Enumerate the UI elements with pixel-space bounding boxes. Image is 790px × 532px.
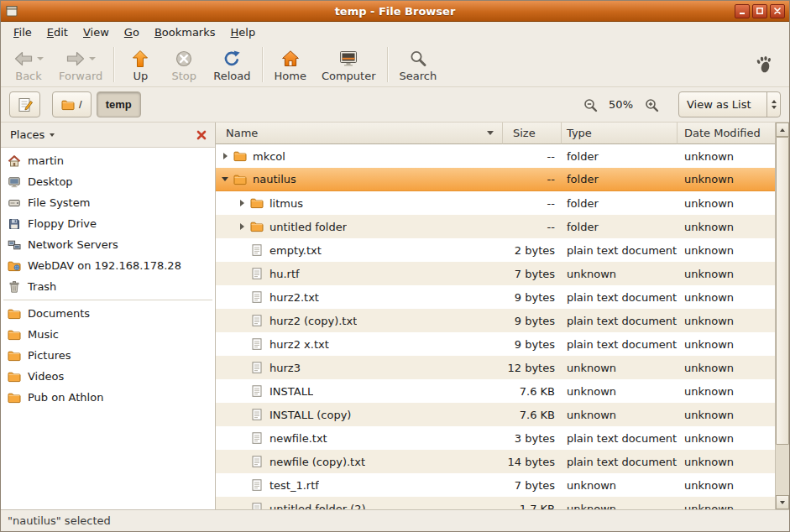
back-button[interactable]: Back bbox=[6, 45, 51, 84]
toolbar-separator bbox=[387, 47, 389, 82]
minimize-button[interactable] bbox=[735, 4, 750, 18]
scroll-down-button[interactable] bbox=[776, 495, 789, 509]
file-row[interactable]: untitled folder (2)1.7 KBunknownunknown bbox=[216, 497, 775, 509]
sidebar-item-music[interactable]: Music bbox=[1, 324, 215, 345]
expander-spacer bbox=[237, 268, 249, 279]
file-row[interactable]: hurz2 x.txt9 bytesplain text documentunk… bbox=[216, 332, 775, 356]
titlebar[interactable]: temp - File Browser bbox=[1, 1, 789, 22]
share-icon bbox=[8, 259, 21, 273]
expander-icon[interactable] bbox=[220, 174, 232, 185]
file-modified: unknown bbox=[678, 332, 775, 356]
home-button[interactable]: Home bbox=[267, 45, 314, 84]
path-current-button[interactable]: temp bbox=[97, 91, 141, 117]
menu-go[interactable]: Go bbox=[117, 23, 147, 41]
file-type: plain text document bbox=[562, 426, 678, 450]
menu-view[interactable]: View bbox=[76, 23, 117, 41]
text-file-icon bbox=[250, 243, 264, 257]
sidebar-item-label: Videos bbox=[28, 370, 64, 383]
sidebar-item-label: Floppy Drive bbox=[28, 217, 97, 230]
sidebar-item-network-servers[interactable]: Network Servers bbox=[1, 234, 215, 255]
menu-edit[interactable]: Edit bbox=[39, 23, 76, 41]
toggle-location-entry-button[interactable] bbox=[9, 91, 40, 117]
column-header-name[interactable]: Name bbox=[216, 123, 503, 144]
file-row[interactable]: INSTALL7.6 KBunknownunknown bbox=[216, 379, 775, 403]
column-header-size[interactable]: Size bbox=[503, 123, 562, 144]
maximize-button[interactable] bbox=[752, 4, 767, 18]
file-row[interactable]: newfile (copy).txt14 bytesplain text doc… bbox=[216, 450, 775, 473]
menu-bookmarks[interactable]: Bookmarks bbox=[147, 23, 223, 41]
file-row[interactable]: test_1.rtf7 bytesunknownunknown bbox=[216, 473, 775, 497]
close-button[interactable] bbox=[770, 4, 785, 18]
places-selector[interactable]: Places bbox=[7, 127, 58, 143]
up-button[interactable]: Up bbox=[118, 45, 162, 84]
file-row[interactable]: hurz312 bytesunknownunknown bbox=[216, 356, 775, 379]
menu-file[interactable]: File bbox=[6, 23, 39, 41]
reload-button[interactable]: Reload bbox=[206, 45, 258, 84]
file-row[interactable]: hu.rtf7 bytesunknownunknown bbox=[216, 262, 775, 285]
column-header-type[interactable]: Type bbox=[562, 123, 678, 144]
file-row[interactable]: untitled folder--folderunknown bbox=[216, 215, 775, 238]
column-header-modified[interactable]: Date Modified bbox=[678, 123, 775, 144]
close-icon bbox=[196, 129, 207, 141]
back-dropdown-arrow-icon[interactable] bbox=[37, 57, 44, 60]
file-type: unknown bbox=[562, 473, 678, 497]
expander-spacer bbox=[237, 456, 249, 467]
file-row[interactable]: empty.txt2 bytesplain text documentunkno… bbox=[216, 238, 775, 262]
file-row[interactable]: mkcol--folderunknown bbox=[216, 144, 775, 168]
expander-spacer bbox=[237, 291, 249, 303]
sidebar-item-floppy-drive[interactable]: Floppy Drive bbox=[1, 213, 215, 234]
file-row[interactable]: newfile.txt3 bytesplain text documentunk… bbox=[216, 426, 775, 450]
search-button[interactable]: Search bbox=[392, 45, 445, 84]
file-row[interactable]: INSTALL (copy)7.6 KBunknownunknown bbox=[216, 403, 775, 426]
scroll-up-button[interactable] bbox=[776, 123, 789, 137]
file-row[interactable]: nautilus--folderunknown bbox=[216, 168, 775, 191]
folder-icon bbox=[61, 98, 75, 112]
view-mode-combo[interactable]: View as List bbox=[678, 91, 781, 117]
text-file-icon bbox=[250, 455, 264, 468]
stop-button[interactable]: Stop bbox=[162, 45, 206, 84]
file-pane: Name Size Type Date Modified mkcol--fold… bbox=[216, 123, 789, 509]
sidebar-item-pictures[interactable]: Pictures bbox=[1, 345, 215, 366]
sidebar-item-martin[interactable]: martin bbox=[1, 150, 215, 171]
status-text: "nautilus" selected bbox=[8, 514, 111, 527]
expander-spacer bbox=[237, 362, 249, 373]
places-title: Places bbox=[10, 128, 44, 141]
sidebar-item-webdav-on-192-168-178-28[interactable]: WebDAV on 192.168.178.28 bbox=[1, 255, 215, 276]
file-row[interactable]: hurz2 (copy).txt9 bytesplain text docume… bbox=[216, 309, 775, 332]
zoom-out-button[interactable] bbox=[580, 95, 600, 115]
file-type: plain text document bbox=[562, 450, 678, 473]
sidebar-item-desktop[interactable]: Desktop bbox=[1, 171, 215, 192]
combo-stepper-icon[interactable] bbox=[766, 92, 780, 117]
expander-icon[interactable] bbox=[237, 221, 249, 232]
computer-button[interactable]: Computer bbox=[314, 45, 384, 84]
expander-icon[interactable] bbox=[220, 150, 232, 162]
drive-icon bbox=[8, 196, 21, 210]
file-row[interactable]: hurz2.txt9 bytesplain text documentunkno… bbox=[216, 285, 775, 309]
text-file-icon bbox=[250, 384, 264, 398]
folder-icon bbox=[8, 328, 21, 342]
file-type: folder bbox=[562, 215, 678, 238]
sidebar-item-file-system[interactable]: File System bbox=[1, 192, 215, 213]
sidebar-item-videos[interactable]: Videos bbox=[1, 366, 215, 387]
scrollbar-track[interactable] bbox=[776, 137, 789, 495]
sidebar-item-pub-on-athlon[interactable]: Pub on Athlon bbox=[1, 387, 215, 408]
scrollbar-thumb[interactable] bbox=[776, 137, 789, 445]
forward-dropdown-arrow-icon[interactable] bbox=[89, 57, 96, 60]
file-row[interactable]: litmus--folderunknown bbox=[216, 191, 775, 215]
forward-button[interactable]: Forward bbox=[51, 45, 110, 84]
forward-label: Forward bbox=[59, 70, 102, 82]
expander-spacer bbox=[237, 244, 249, 256]
zoom-in-button[interactable] bbox=[641, 95, 662, 115]
path-root-button[interactable]: / bbox=[52, 91, 92, 117]
sidebar-item-trash[interactable]: Trash bbox=[1, 276, 215, 297]
expander-icon[interactable] bbox=[237, 197, 249, 209]
expander-spacer bbox=[237, 409, 249, 420]
menu-help[interactable]: Help bbox=[223, 23, 264, 41]
file-list-body: mkcol--folderunknownnautilus--folderunkn… bbox=[216, 144, 775, 509]
sidebar-item-documents[interactable]: Documents bbox=[1, 303, 215, 324]
sidebar-close-button[interactable] bbox=[194, 128, 209, 143]
sidebar-item-label: martin bbox=[28, 154, 64, 167]
file-type: unknown bbox=[562, 262, 678, 285]
text-file-icon bbox=[250, 408, 264, 421]
vertical-scrollbar[interactable] bbox=[775, 123, 789, 509]
